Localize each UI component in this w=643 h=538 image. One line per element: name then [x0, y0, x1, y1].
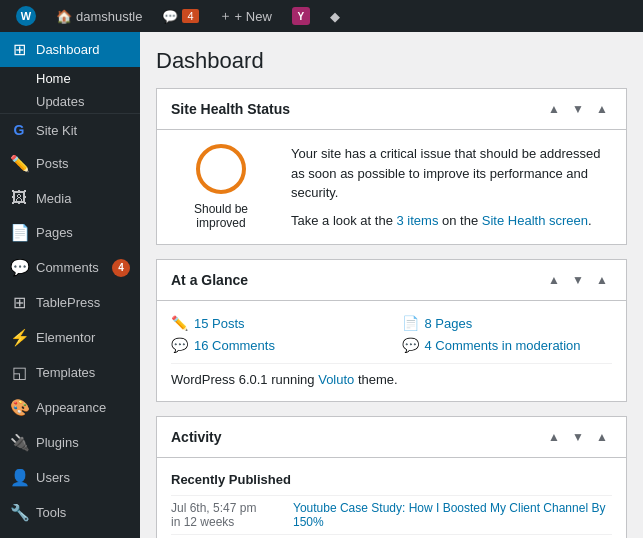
posts-icon: ✏️	[10, 154, 28, 173]
home-icon: 🏠	[56, 9, 72, 24]
recently-published-label: Recently Published	[171, 472, 612, 487]
users-icon: 👤	[10, 468, 28, 487]
comments-count: 4	[182, 9, 198, 23]
health-link-text: Take a look at the 3 items on the Site H…	[291, 211, 612, 231]
activity-post-link-1[interactable]: Youtube Case Study: How I Boosted My Cli…	[293, 501, 612, 529]
sidebar-sub-home[interactable]: Home	[0, 67, 140, 90]
sidebar-item-posts[interactable]: ✏️ Posts	[0, 146, 140, 181]
at-a-glance-body: ✏️ 15 Posts 📄 8 Pages 💬 16 Comments 💬 4 …	[157, 301, 626, 401]
site-health-collapse-up[interactable]: ▲	[544, 99, 564, 119]
at-a-glance-toggle[interactable]: ▲	[592, 270, 612, 290]
at-a-glance-up[interactable]: ▲	[544, 270, 564, 290]
site-health-toggle[interactable]: ▲	[592, 99, 612, 119]
sidebar-item-comments[interactable]: 💬 Comments 4	[0, 250, 140, 285]
moderation-icon: 💬	[402, 337, 419, 353]
at-a-glance-controls: ▲ ▼ ▲	[544, 270, 612, 290]
pencil-icon: ✏️	[171, 315, 188, 331]
at-a-glance-title: At a Glance	[171, 272, 248, 288]
sidebar: ⊞ Dashboard Home Updates G Site Kit ✏️ P…	[0, 32, 140, 538]
speech-bubble-icon: 💬	[162, 9, 178, 24]
sitekit-icon: G	[10, 122, 28, 138]
health-desc-text: Your site has a critical issue that shou…	[291, 144, 612, 203]
wp-logo-icon: W	[16, 6, 36, 26]
glance-item-comments: 💬 16 Comments	[171, 337, 382, 353]
new-label: + New	[235, 9, 272, 24]
health-link-suffix: on the	[438, 213, 481, 228]
sidebar-sub-updates[interactable]: Updates	[0, 90, 140, 113]
sidebar-item-tablepress[interactable]: ⊞ TablePress	[0, 285, 140, 320]
sidebar-dashboard-label: Dashboard	[36, 42, 100, 57]
activity-down[interactable]: ▼	[568, 427, 588, 447]
glance-grid: ✏️ 15 Posts 📄 8 Pages 💬 16 Comments 💬 4 …	[171, 315, 612, 353]
health-items-link[interactable]: 3 items	[397, 213, 439, 228]
glance-footer-text: WordPress 6.0.1 running	[171, 372, 318, 387]
health-content: Should be improved Your site has a criti…	[171, 144, 612, 230]
activity-row-1: Jul 6th, 5:47 pm in 12 weeks Youtube Cas…	[171, 495, 612, 534]
page-icon: 📄	[402, 315, 419, 331]
dashboard-icon: ⊞	[10, 40, 28, 59]
glance-item-posts: ✏️ 15 Posts	[171, 315, 382, 331]
posts-link[interactable]: 15 Posts	[194, 316, 245, 331]
site-health-screen-link[interactable]: Site Health screen	[482, 213, 588, 228]
sidebar-item-pages[interactable]: 📄 Pages	[0, 215, 140, 250]
comment-icon: 💬	[171, 337, 188, 353]
at-a-glance-header: At a Glance ▲ ▼ ▲	[157, 260, 626, 301]
site-health-collapse-down[interactable]: ▼	[568, 99, 588, 119]
sidebar-item-dashboard[interactable]: ⊞ Dashboard	[0, 32, 140, 67]
comments-badge: 4	[112, 259, 130, 277]
sidebar-item-elementor[interactable]: ⚡ Elementor	[0, 320, 140, 355]
admin-bar: W 🏠 damshustle 💬 4 ＋ + New Y ◆	[0, 0, 643, 32]
sidebar-item-allinone[interactable]: ★ All-in-One WP	[0, 530, 140, 538]
sidebar-item-tools[interactable]: 🔧 Tools	[0, 495, 140, 530]
comments-icon: 💬	[10, 258, 28, 277]
new-content-button[interactable]: ＋ + New	[211, 0, 280, 32]
content-area: Dashboard Site Health Status ▲ ▼ ▲ Shoul…	[140, 32, 643, 538]
moderation-link[interactable]: 4 Comments in moderation	[425, 338, 581, 353]
sidebar-item-sitekit[interactable]: G Site Kit	[0, 114, 140, 146]
site-health-title: Site Health Status	[171, 101, 290, 117]
comments-link[interactable]: 16 Comments	[194, 338, 275, 353]
activity-toggle[interactable]: ▲	[592, 427, 612, 447]
media-icon: 🖼	[10, 189, 28, 207]
pages-link[interactable]: 8 Pages	[425, 316, 473, 331]
appearance-icon: 🎨	[10, 398, 28, 417]
diamond-icon: ◆	[330, 9, 340, 24]
yoast-icon: Y	[292, 7, 310, 25]
sidebar-item-appearance[interactable]: 🎨 Appearance	[0, 390, 140, 425]
activity-up[interactable]: ▲	[544, 427, 564, 447]
health-description: Your site has a critical issue that shou…	[291, 144, 612, 230]
glance-footer-suffix: theme.	[354, 372, 397, 387]
elementor-icon: ⚡	[10, 328, 28, 347]
activity-row-2: Jun 30th, 1:38 pm Program Walmart vs Ama…	[171, 534, 612, 538]
health-circle-wrap: Should be improved	[171, 144, 271, 230]
site-health-controls: ▲ ▼ ▲	[544, 99, 612, 119]
theme-link[interactable]: Voluto	[318, 372, 354, 387]
comments-button[interactable]: 💬 4	[154, 0, 206, 32]
sidebar-item-users[interactable]: 👤 Users	[0, 460, 140, 495]
pages-icon: 📄	[10, 223, 28, 242]
site-health-card: Site Health Status ▲ ▼ ▲ Should be impro…	[156, 88, 627, 245]
activity-body: Recently Published Jul 6th, 5:47 pm in 1…	[157, 458, 626, 538]
sidebar-item-templates[interactable]: ◱ Templates	[0, 355, 140, 390]
main-layout: ⊞ Dashboard Home Updates G Site Kit ✏️ P…	[0, 32, 643, 538]
diamond-button[interactable]: ◆	[322, 0, 348, 32]
wp-logo-button[interactable]: W	[8, 0, 44, 32]
plugins-icon: 🔌	[10, 433, 28, 452]
activity-card: Activity ▲ ▼ ▲ Recently Published Jul 6t…	[156, 416, 627, 538]
sidebar-item-plugins[interactable]: 🔌 Plugins	[0, 425, 140, 460]
glance-footer: WordPress 6.0.1 running Voluto theme.	[171, 363, 612, 387]
site-name-button[interactable]: 🏠 damshustle	[48, 0, 150, 32]
sidebar-item-media[interactable]: 🖼 Media	[0, 181, 140, 215]
activity-controls: ▲ ▼ ▲	[544, 427, 612, 447]
glance-item-pages: 📄 8 Pages	[402, 315, 613, 331]
plus-icon: ＋	[219, 7, 232, 25]
glance-item-moderation: 💬 4 Comments in moderation	[402, 337, 613, 353]
health-circle	[196, 144, 246, 194]
tablepress-icon: ⊞	[10, 293, 28, 312]
sidebar-section-sitekit: G Site Kit	[0, 113, 140, 146]
health-prefix: Take a look at the	[291, 213, 397, 228]
activity-header: Activity ▲ ▼ ▲	[157, 417, 626, 458]
yoast-button[interactable]: Y	[284, 0, 318, 32]
health-status-label: Should be improved	[171, 202, 271, 230]
at-a-glance-down[interactable]: ▼	[568, 270, 588, 290]
